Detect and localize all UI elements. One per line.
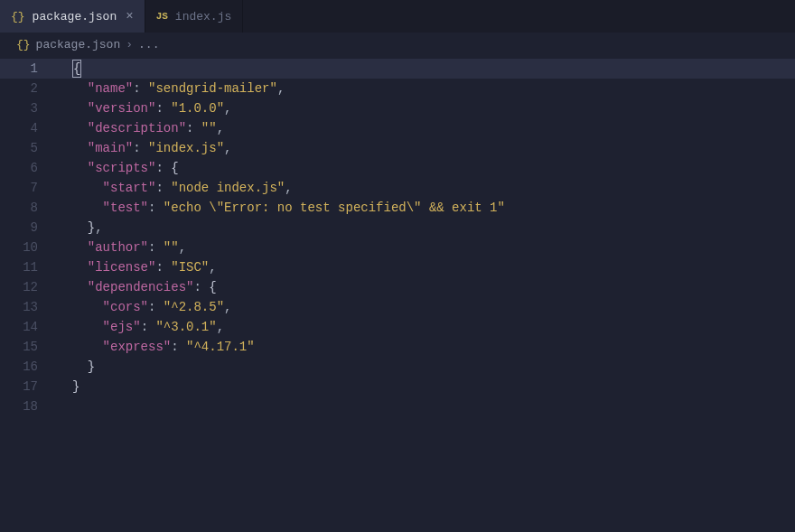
token-k: "express" xyxy=(103,340,172,354)
token-k: "test" xyxy=(103,201,148,215)
line-number: 2 xyxy=(0,79,58,98)
token-p: : xyxy=(155,181,171,195)
breadcrumb[interactable]: {} package.json › ... xyxy=(0,33,795,56)
tab-package-json[interactable]: {}package.json× xyxy=(0,0,145,33)
token-p: , xyxy=(285,181,292,195)
line-number: 9 xyxy=(0,218,58,238)
code-line[interactable]: "name": "sendgrid-mailer", xyxy=(58,79,795,98)
breadcrumb-file: package.json xyxy=(36,38,121,51)
token-p: : xyxy=(155,161,171,175)
code-line[interactable]: "test": "echo \"Error: no test specified… xyxy=(58,198,795,218)
code-line[interactable]: "license": "ISC", xyxy=(58,257,795,277)
json-braces-icon: {} xyxy=(11,10,25,23)
token-p: : xyxy=(148,240,164,255)
code-line[interactable]: "cors": "^2.8.5", xyxy=(58,297,795,317)
token-p xyxy=(72,220,88,235)
token-s: "" xyxy=(201,121,217,135)
token-p xyxy=(72,359,88,374)
token-p: , xyxy=(277,81,285,96)
token-p: : xyxy=(171,340,186,354)
line-number: 5 xyxy=(0,138,58,158)
code-line[interactable]: "author": "", xyxy=(58,238,795,257)
token-p xyxy=(72,141,88,155)
token-p: : xyxy=(155,101,171,116)
code-line[interactable]: "express": "^4.17.1" xyxy=(58,337,795,357)
token-p: : xyxy=(141,320,156,334)
token-k: "scripts" xyxy=(88,161,156,175)
token-p: : xyxy=(193,280,209,294)
line-number: 17 xyxy=(0,377,58,397)
token-p: , xyxy=(224,300,231,314)
line-number-gutter: 123456789101112131415161718 xyxy=(0,56,58,532)
line-number: 13 xyxy=(0,297,58,317)
token-s: "^3.0.1" xyxy=(155,320,216,334)
code-line[interactable]: "main": "index.js", xyxy=(58,138,795,158)
token-br: { xyxy=(209,280,216,294)
token-p xyxy=(72,161,88,175)
token-p xyxy=(72,101,88,116)
code-line[interactable]: "start": "node index.js", xyxy=(58,178,795,198)
tab-bar: {}package.json×JSindex.js xyxy=(0,0,795,33)
token-p xyxy=(72,340,103,354)
code-line[interactable] xyxy=(58,397,795,416)
token-p: , xyxy=(224,101,231,116)
token-p xyxy=(72,320,103,334)
line-number: 18 xyxy=(0,397,58,416)
tab-index-js[interactable]: JSindex.js xyxy=(145,0,244,33)
token-p: : xyxy=(148,201,164,215)
breadcrumb-trail: ... xyxy=(138,38,159,51)
token-p: , xyxy=(217,320,224,334)
token-p xyxy=(72,300,103,314)
token-k: "description" xyxy=(88,121,186,135)
code-line[interactable]: "scripts": { xyxy=(58,158,795,178)
token-k: "dependencies" xyxy=(88,280,194,294)
token-p xyxy=(72,201,103,215)
line-number: 8 xyxy=(0,198,58,218)
code-line[interactable]: { xyxy=(58,59,795,79)
line-number: 6 xyxy=(0,158,58,178)
chevron-right-icon: › xyxy=(126,38,133,51)
line-number: 15 xyxy=(0,337,58,357)
token-br: } xyxy=(72,379,80,394)
token-s: "^2.8.5" xyxy=(164,300,224,314)
code-line[interactable]: "dependencies": { xyxy=(58,277,795,297)
line-number: 1 xyxy=(0,59,58,79)
close-icon[interactable]: × xyxy=(126,9,133,23)
line-number: 3 xyxy=(0,98,58,118)
code-area[interactable]: { "name": "sendgrid-mailer", "version": … xyxy=(58,56,795,532)
code-line[interactable]: } xyxy=(58,377,795,397)
token-k: "license" xyxy=(88,260,156,275)
code-line[interactable]: } xyxy=(58,357,795,377)
token-k: "version" xyxy=(88,101,156,116)
token-s: "echo \"Error: no test specified\" && ex… xyxy=(164,201,505,215)
token-k: "ejs" xyxy=(103,320,141,334)
token-p: : xyxy=(133,81,148,96)
tab-label: package.json xyxy=(33,10,117,23)
token-p: , xyxy=(95,220,102,235)
token-s: "" xyxy=(164,240,179,255)
token-p xyxy=(72,121,88,135)
token-p xyxy=(72,240,88,255)
token-br: } xyxy=(88,220,95,235)
token-k: "main" xyxy=(88,141,133,155)
code-line[interactable]: "description": "", xyxy=(58,118,795,138)
tab-label: index.js xyxy=(175,10,231,23)
js-icon: JS xyxy=(156,11,168,22)
token-k: "author" xyxy=(88,240,148,255)
token-p: , xyxy=(224,141,231,155)
token-p: : xyxy=(186,121,201,135)
code-line[interactable]: "ejs": "^3.0.1", xyxy=(58,317,795,337)
token-k: "start" xyxy=(103,181,156,195)
code-line[interactable]: "version": "1.0.0", xyxy=(58,98,795,118)
token-s: "node index.js" xyxy=(171,181,285,195)
token-p: : xyxy=(155,260,171,275)
token-p: , xyxy=(179,240,186,255)
token-s: "1.0.0" xyxy=(171,101,224,116)
code-line[interactable]: }, xyxy=(58,218,795,238)
code-editor[interactable]: 123456789101112131415161718 { "name": "s… xyxy=(0,56,795,532)
token-p xyxy=(72,260,88,275)
token-p xyxy=(72,181,103,195)
line-number: 16 xyxy=(0,357,58,377)
token-k: "cors" xyxy=(103,300,148,314)
line-number: 7 xyxy=(0,178,58,198)
